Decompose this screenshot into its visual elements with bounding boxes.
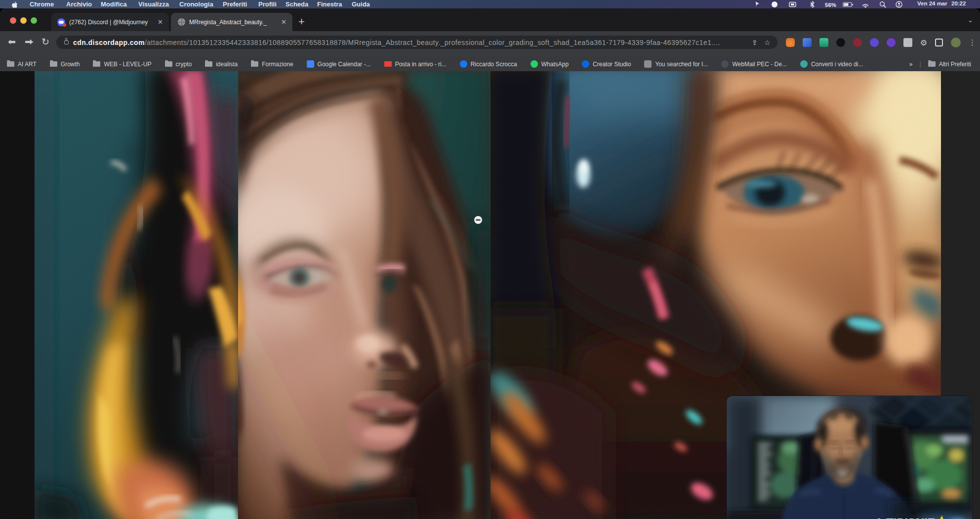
svg-text:A TIPISN'E: A TIPISN'E: [873, 516, 935, 519]
svg-text:56%: 56%: [825, 2, 836, 8]
